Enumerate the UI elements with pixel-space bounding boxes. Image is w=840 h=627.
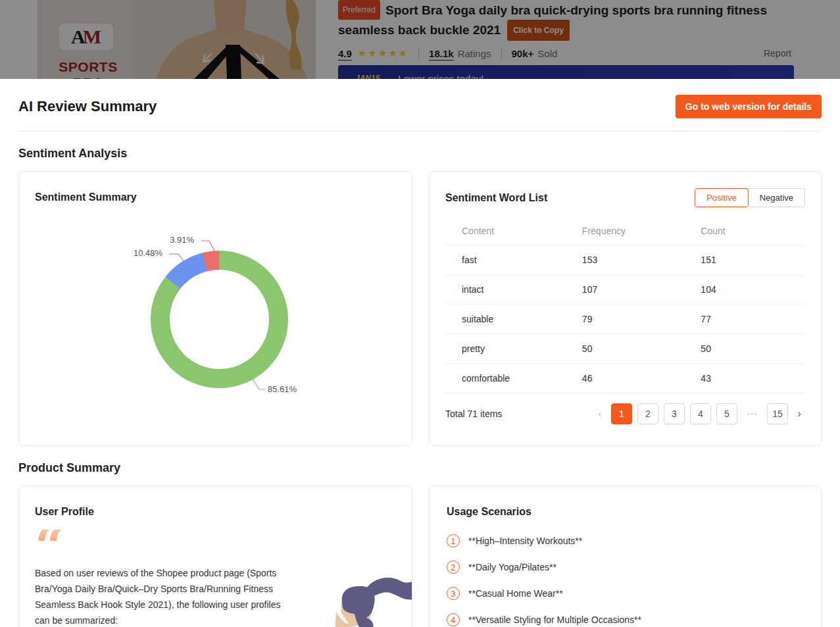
product-summary-heading: Product Summary bbox=[18, 461, 822, 475]
sentiment-analysis-heading: Sentiment Analysis bbox=[18, 147, 822, 161]
cell-content: intact bbox=[445, 275, 582, 305]
negative-percent-label: 3.91% bbox=[170, 235, 194, 245]
neutral-percent-label: 10.48% bbox=[134, 248, 162, 258]
cell-content: comfortable bbox=[445, 364, 582, 393]
preferred-badge: Preferred bbox=[338, 0, 380, 20]
table-row: pretty5050 bbox=[445, 334, 805, 364]
page-button-1[interactable]: 1 bbox=[611, 403, 632, 424]
word-list-title: Sentiment Word List bbox=[445, 192, 547, 204]
column-header-content: Content bbox=[445, 218, 582, 245]
user-profile-card: User Profile “ Based on user reviews of … bbox=[18, 486, 412, 627]
total-items-label: Total 71 items bbox=[445, 409, 502, 419]
sentiment-word-list-card: Sentiment Word List Positive Negative Co… bbox=[429, 171, 822, 446]
sentiment-summary-card: Sentiment Summary 3.91% 10.48% 85.61% Po… bbox=[18, 171, 412, 446]
woman-illustration bbox=[316, 566, 412, 627]
sentiment-toggle: Positive Negative bbox=[695, 188, 805, 207]
usage-label: **High–Intensity Workouts** bbox=[468, 536, 582, 546]
report-link[interactable]: Report bbox=[764, 48, 791, 59]
list-item: 1**High–Intensity Workouts** bbox=[447, 534, 804, 547]
table-row: intact107104 bbox=[445, 275, 805, 305]
word-list-table: Content Frequency Count fast153151 intac… bbox=[445, 218, 805, 393]
page: AM SPORTS BRA PreferredSport Bra Yoga da… bbox=[0, 0, 840, 627]
cell-content: fast bbox=[445, 245, 582, 275]
cell-frequency: 79 bbox=[582, 305, 701, 334]
user-profile-text: Based on user reviews of the Shopee prod… bbox=[35, 565, 284, 627]
cell-count: 151 bbox=[701, 245, 805, 275]
usage-label: **Daily Yoga/Pilates** bbox=[468, 562, 556, 572]
usage-scenarios-title: Usage Scenarios bbox=[447, 506, 804, 518]
ratings-count[interactable]: 18.1k bbox=[429, 48, 454, 59]
cell-frequency: 153 bbox=[582, 245, 701, 275]
sentiment-donut-chart: 3.91% 10.48% 85.61% Positive Neutral Neg… bbox=[19, 172, 412, 445]
go-to-web-version-button[interactable]: Go to web version for details bbox=[676, 95, 822, 118]
divider bbox=[418, 47, 419, 60]
product-image[interactable]: AM SPORTS BRA bbox=[37, 0, 316, 79]
number-badge: 1 bbox=[447, 534, 460, 547]
usage-label: **Versatile Styling for Multiple Occasio… bbox=[468, 614, 641, 625]
next-page-icon[interactable]: › bbox=[793, 407, 805, 420]
cell-frequency: 50 bbox=[582, 334, 701, 364]
cell-content: pretty bbox=[445, 334, 582, 364]
page-button-3[interactable]: 3 bbox=[664, 403, 685, 424]
rating-row: 4.9 ★★★★★ 18.1k Ratings 90k+ Sold Report bbox=[338, 47, 814, 60]
product-info: PreferredSport Bra Yoga daily bra quick-… bbox=[338, 0, 814, 91]
column-header-frequency: Frequency bbox=[582, 218, 701, 245]
list-item: 2**Daily Yoga/Pilates** bbox=[447, 561, 804, 574]
cell-frequency: 46 bbox=[582, 364, 701, 393]
table-row: suitable7977 bbox=[445, 305, 805, 334]
ratings-label: Ratings bbox=[458, 48, 491, 59]
prev-page-icon[interactable]: ‹ bbox=[594, 407, 606, 420]
table-row: comfortable4643 bbox=[445, 364, 805, 393]
page-button-15[interactable]: 15 bbox=[767, 403, 788, 424]
tab-positive[interactable]: Positive bbox=[695, 188, 749, 207]
divider bbox=[18, 131, 822, 132]
user-profile-title: User Profile bbox=[35, 506, 396, 518]
donut-leader-lines bbox=[19, 172, 416, 447]
tab-negative[interactable]: Negative bbox=[749, 188, 805, 207]
number-badge: 3 bbox=[447, 587, 460, 600]
list-item: 3**Casual Home Wear** bbox=[447, 587, 804, 600]
brand-logo: AM bbox=[59, 24, 113, 50]
cell-count: 104 bbox=[701, 275, 805, 305]
brand-logo-subtitle: SPORTS BRA bbox=[45, 59, 131, 79]
usage-list: 1**High–Intensity Workouts** 2**Daily Yo… bbox=[447, 534, 804, 626]
divider bbox=[501, 47, 502, 60]
page-button-5[interactable]: 5 bbox=[716, 403, 737, 424]
star-rating-icons: ★★★★★ bbox=[358, 47, 408, 59]
cell-frequency: 107 bbox=[582, 275, 701, 305]
positive-percent-label: 85.61% bbox=[268, 384, 297, 394]
cell-count: 77 bbox=[701, 305, 805, 334]
page-ellipsis[interactable]: ··· bbox=[743, 403, 762, 424]
page-button-2[interactable]: 2 bbox=[637, 403, 658, 424]
cell-content: suitable bbox=[445, 305, 582, 334]
sports-bra-photo bbox=[37, 0, 316, 79]
sheet-header: AI Review Summary Go to web version for … bbox=[18, 79, 822, 118]
quote-icon: “ bbox=[35, 530, 396, 561]
product-title: PreferredSport Bra Yoga daily bra quick-… bbox=[338, 0, 814, 41]
table-row: fast153151 bbox=[445, 245, 805, 275]
sheet-title: AI Review Summary bbox=[18, 98, 157, 115]
number-badge: 2 bbox=[447, 561, 460, 574]
pagination: Total 71 items ‹ 1 2 3 4 5 ··· 15 › bbox=[445, 403, 805, 424]
rating-score[interactable]: 4.9 bbox=[338, 48, 352, 59]
column-header-count: Count bbox=[701, 218, 805, 245]
sold-label: Sold bbox=[537, 48, 557, 59]
cell-count: 50 bbox=[701, 334, 805, 364]
cell-count: 43 bbox=[701, 364, 805, 393]
page-button-4[interactable]: 4 bbox=[690, 403, 711, 424]
ai-review-summary-sheet: AI Review Summary Go to web version for … bbox=[0, 79, 840, 627]
list-item: 4**Versatile Styling for Multiple Occasi… bbox=[447, 613, 804, 626]
number-badge: 4 bbox=[447, 613, 460, 626]
click-to-copy-button[interactable]: Click to Copy bbox=[507, 20, 570, 41]
product-page-background: AM SPORTS BRA PreferredSport Bra Yoga da… bbox=[0, 0, 840, 79]
usage-label: **Casual Home Wear** bbox=[468, 588, 563, 599]
usage-scenarios-card: Usage Scenarios 1**High–Intensity Workou… bbox=[429, 486, 822, 627]
sold-count: 90k+ bbox=[512, 48, 534, 59]
